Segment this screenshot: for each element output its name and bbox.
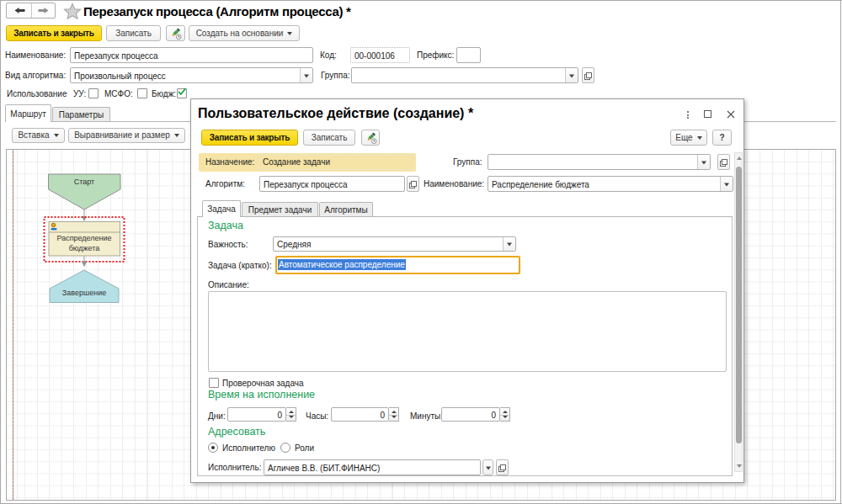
svg-text:Завершение: Завершение [62,289,106,297]
svg-text:бюджета: бюджета [69,244,100,252]
svg-text:Распределение: Распределение [56,234,111,242]
svg-text:Старт: Старт [74,178,94,186]
